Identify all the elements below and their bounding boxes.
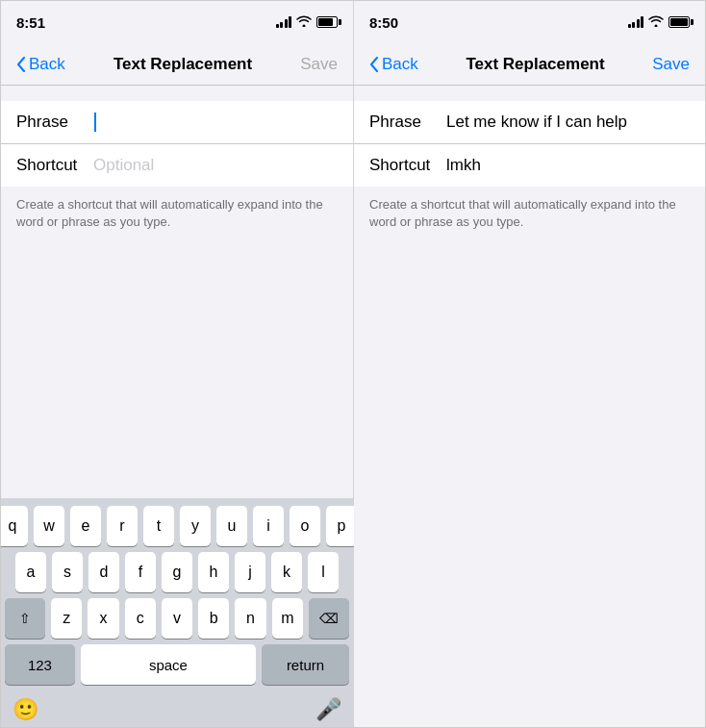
right-helper-text: Create a shortcut that will automaticall… [354, 187, 705, 240]
key-n[interactable]: n [235, 598, 265, 639]
right-back-button[interactable]: Back [369, 55, 418, 74]
right-nav-title: Text Replacement [466, 55, 604, 74]
key-j[interactable]: j [235, 552, 265, 592]
key-p[interactable]: p [326, 506, 357, 546]
emoji-icon[interactable]: 🙂 [13, 697, 38, 722]
left-wifi-icon [296, 15, 312, 30]
key-f[interactable]: f [125, 552, 156, 592]
key-shift[interactable]: ⇧ [5, 598, 45, 639]
key-u[interactable]: u [216, 506, 247, 546]
right-status-icons [628, 15, 691, 30]
key-o[interactable]: o [290, 506, 320, 546]
left-time: 8:51 [16, 14, 45, 31]
left-back-button[interactable]: Back [16, 55, 65, 74]
left-nav-bar: Back Text Replacement Save [1, 43, 353, 86]
left-keyboard: q w e r t y u i o p a s d f g h j k l ⇧ … [1, 498, 353, 728]
left-shortcut-row[interactable]: Shortcut Optional [1, 144, 353, 187]
key-g[interactable]: g [162, 552, 192, 592]
key-b[interactable]: b [198, 598, 229, 639]
left-key-row-2: a s d f g h j k l [5, 552, 349, 592]
right-signal-icon [628, 16, 644, 28]
key-a[interactable]: a [15, 552, 46, 592]
key-s[interactable]: s [52, 552, 83, 592]
right-shortcut-row[interactable]: Shortcut lmkh [354, 144, 705, 187]
key-k[interactable]: k [271, 552, 302, 592]
left-form-section: Phrase Shortcut Optional [1, 101, 353, 187]
key-r[interactable]: r [107, 506, 138, 546]
right-spacer-top [354, 86, 705, 93]
left-helper-text: Create a shortcut that will automaticall… [1, 187, 353, 240]
left-phrase-row[interactable]: Phrase [1, 101, 353, 144]
left-nav-title: Text Replacement [113, 55, 252, 74]
left-emoji-mic-row: 🙂 🎤 [5, 690, 349, 725]
left-shortcut-placeholder: Optional [93, 156, 154, 175]
left-cursor [94, 113, 96, 132]
left-key-row-bottom: 123 space return [5, 644, 349, 685]
key-123[interactable]: 123 [5, 644, 75, 685]
right-phrase-value: Let me know if I can help [446, 113, 690, 132]
left-save-button[interactable]: Save [300, 55, 338, 74]
key-v[interactable]: v [162, 598, 192, 639]
right-shortcut-value: lmkh [446, 156, 690, 175]
left-content-area [1, 240, 353, 498]
right-time: 8:50 [369, 14, 398, 31]
key-q[interactable]: q [0, 506, 28, 546]
key-m[interactable]: m [272, 598, 303, 639]
left-back-label: Back [29, 55, 65, 74]
key-c[interactable]: c [125, 598, 156, 639]
key-space[interactable]: space [81, 644, 256, 685]
right-save-button[interactable]: Save [652, 55, 690, 74]
right-content-area [354, 240, 705, 728]
key-delete[interactable]: ⌫ [309, 598, 349, 639]
key-y[interactable]: y [180, 506, 211, 546]
right-back-label: Back [382, 55, 418, 74]
key-i[interactable]: i [253, 506, 284, 546]
left-battery-icon [316, 16, 338, 28]
key-e[interactable]: e [70, 506, 101, 546]
right-nav-bar: Back Text Replacement Save [354, 43, 705, 86]
left-shortcut-label: Shortcut [16, 156, 93, 175]
key-d[interactable]: d [88, 552, 119, 592]
left-key-row-1: q w e r t y u i o p [5, 506, 349, 546]
key-h[interactable]: h [198, 552, 229, 592]
key-z[interactable]: z [51, 598, 82, 639]
key-t[interactable]: t [143, 506, 174, 546]
key-l[interactable]: l [308, 552, 339, 592]
right-phrase-row[interactable]: Phrase Let me know if I can help [354, 101, 705, 144]
left-status-bar: 8:51 [1, 1, 353, 43]
key-return[interactable]: return [262, 644, 349, 685]
left-phrase-label: Phrase [16, 113, 93, 132]
right-battery-icon [668, 16, 690, 28]
right-form-section: Phrase Let me know if I can help Shortcu… [354, 101, 705, 187]
left-signal-icon [276, 16, 292, 28]
right-phone-panel: 8:50 Back Text [354, 1, 705, 728]
right-status-bar: 8:50 [354, 1, 705, 43]
right-phrase-label: Phrase [369, 113, 446, 132]
right-shortcut-label: Shortcut [369, 156, 446, 175]
left-spacer-top [1, 86, 353, 93]
mic-icon[interactable]: 🎤 [315, 697, 341, 722]
key-x[interactable]: x [88, 598, 118, 639]
right-wifi-icon [648, 15, 664, 30]
left-phone-panel: 8:51 Back Text [1, 1, 354, 728]
left-key-row-3: ⇧ z x c v b n m ⌫ [5, 598, 349, 639]
left-status-icons [276, 15, 339, 30]
key-w[interactable]: w [34, 506, 64, 546]
